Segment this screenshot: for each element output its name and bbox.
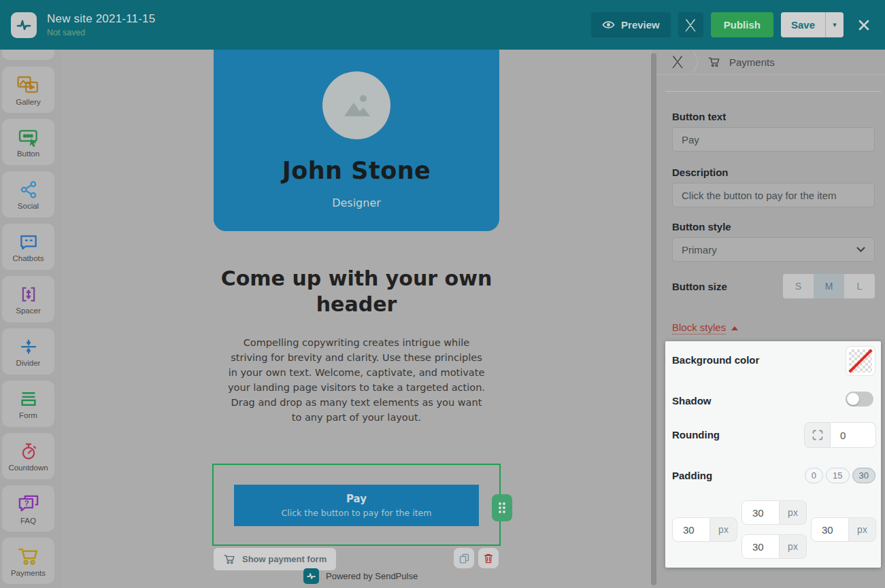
sidebar-item-label: Form xyxy=(19,411,37,419)
preview-button[interactable]: Preview xyxy=(591,12,671,37)
copy-icon xyxy=(458,553,470,564)
settings-panel: Payments Button text Description Button … xyxy=(652,50,885,588)
padding-top-control: px xyxy=(741,500,807,525)
page-canvas: John Stone Designer Come up with your ow… xyxy=(61,50,652,588)
sidebar-item-payments[interactable]: Payments xyxy=(2,538,54,584)
top-actions: Preview Publish Save ▾ xyxy=(591,12,874,37)
design-tools-button[interactable] xyxy=(678,12,703,37)
description-input[interactable] xyxy=(672,183,875,207)
padding-label: Padding xyxy=(672,470,712,481)
padding-right-control: px xyxy=(811,517,876,542)
padding-right-input[interactable] xyxy=(811,517,849,542)
profile-role: Designer xyxy=(214,196,499,209)
divider-icon xyxy=(18,336,39,357)
sidebar-item-label: Divider xyxy=(16,359,41,367)
powered-by-link[interactable]: Powered by SendPulse xyxy=(303,568,418,584)
padding-top-input[interactable] xyxy=(741,500,780,525)
chevron-down-icon xyxy=(856,247,865,252)
sidebar-item-countdown[interactable]: Countdown xyxy=(2,433,54,479)
padding-right-unit: px xyxy=(849,517,876,542)
padding-preset-30[interactable]: 30 xyxy=(852,468,875,483)
padding-preset-15[interactable]: 15 xyxy=(826,468,849,483)
block-styles-toggle[interactable]: Block styles xyxy=(672,322,738,334)
button-text-label: Button text xyxy=(672,111,726,122)
canvas-heading[interactable]: Come up with your own header xyxy=(200,266,513,318)
pay-button-text: Pay xyxy=(346,493,367,505)
toggle-knob xyxy=(847,393,859,405)
delete-block-button[interactable] xyxy=(478,548,499,568)
svg-text:?: ? xyxy=(24,498,29,507)
save-label: Save xyxy=(791,19,815,31)
padding-bottom-control: px xyxy=(741,534,807,559)
crossed-pencils-icon[interactable] xyxy=(671,55,684,69)
sidebar-item-label: Chatbots xyxy=(12,254,44,262)
sidebar-item-social[interactable]: Social xyxy=(2,171,54,218)
button-style-label: Button style xyxy=(672,221,731,232)
save-status: Not saved xyxy=(47,28,155,37)
eye-icon xyxy=(602,20,615,30)
sendpulse-logo xyxy=(11,12,37,38)
social-icon xyxy=(18,179,39,200)
sidebar-item-label: Payments xyxy=(11,569,46,577)
breadcrumb-current: Payments xyxy=(729,56,775,68)
size-option-m[interactable]: M xyxy=(814,274,844,298)
rounding-corners-button[interactable] xyxy=(804,422,831,448)
widgets-sidebar: Gallery Button Social xyxy=(0,50,61,588)
show-payment-form-button[interactable]: Show payment form xyxy=(214,548,336,570)
close-builder-button[interactable] xyxy=(854,12,874,37)
block-styles-label: Block styles xyxy=(672,322,726,334)
padding-left-input[interactable] xyxy=(672,517,710,542)
crossed-pencils-icon xyxy=(684,18,697,32)
padding-top-unit: px xyxy=(780,500,807,525)
site-title: New site 2021-11-15 xyxy=(47,12,155,26)
save-dropdown-button[interactable]: ▾ xyxy=(825,12,844,37)
chevron-up-icon xyxy=(731,326,738,330)
profile-card-block[interactable]: John Stone Designer xyxy=(214,50,499,231)
cart-icon xyxy=(707,56,721,68)
canvas-scrollbar[interactable] xyxy=(651,53,656,585)
sidebar-item-button[interactable]: Button xyxy=(2,119,54,165)
sidebar-item-faq[interactable]: ? FAQ xyxy=(2,485,54,532)
pay-button-block[interactable]: Pay Click the button to pay for the item xyxy=(234,485,479,526)
rounding-input[interactable] xyxy=(831,422,876,448)
background-color-label: Background color xyxy=(672,354,759,366)
preview-label: Preview xyxy=(621,19,660,31)
shadow-label: Shadow xyxy=(672,395,712,407)
sidebar-item-form[interactable]: Form xyxy=(2,381,54,427)
payments-cart-icon xyxy=(16,545,41,567)
trash-icon xyxy=(483,553,494,564)
description-label: Description xyxy=(672,167,729,178)
site-builder-app: New site 2021-11-15 Not saved Preview xyxy=(0,0,885,588)
sidebar-item-chatbots[interactable]: Chatbots xyxy=(2,224,54,270)
form-icon xyxy=(18,389,39,409)
rounding-label: Rounding xyxy=(672,429,720,440)
shadow-toggle[interactable] xyxy=(846,392,873,407)
publish-button[interactable]: Publish xyxy=(711,12,773,37)
gallery-icon xyxy=(16,74,41,96)
duplicate-block-button[interactable] xyxy=(454,548,474,568)
pulse-icon xyxy=(16,17,32,33)
pulse-icon xyxy=(306,571,316,581)
padding-bottom-input[interactable] xyxy=(741,534,780,559)
block-drag-handle[interactable] xyxy=(492,494,512,521)
countdown-icon xyxy=(18,441,39,462)
avatar[interactable] xyxy=(322,71,390,139)
padding-preset-0[interactable]: 0 xyxy=(805,468,823,483)
powered-by-label: Powered by SendPulse xyxy=(326,571,418,581)
block-styles-panel: Background color Shadow Rounding xyxy=(665,341,881,568)
sidebar-item-spacer[interactable]: Spacer xyxy=(2,276,54,322)
size-option-s[interactable]: S xyxy=(783,274,814,298)
button-text-input[interactable] xyxy=(672,127,875,152)
canvas-paragraph[interactable]: Compelling copywriting creates intrigue … xyxy=(225,335,488,425)
sidebar-item-partial[interactable] xyxy=(2,50,54,60)
sidebar-item-gallery[interactable]: Gallery xyxy=(2,67,54,113)
show-payment-form-label: Show payment form xyxy=(242,554,327,564)
save-button[interactable]: Save xyxy=(781,12,825,37)
rounding-control xyxy=(804,422,876,448)
sidebar-item-divider[interactable]: Divider xyxy=(2,328,54,375)
profile-name: John Stone xyxy=(214,157,499,184)
button-style-select[interactable]: Primary xyxy=(672,237,875,262)
sidebar-item-label: Button xyxy=(17,150,39,158)
size-option-l[interactable]: L xyxy=(844,274,875,298)
background-color-swatch[interactable] xyxy=(846,346,875,376)
